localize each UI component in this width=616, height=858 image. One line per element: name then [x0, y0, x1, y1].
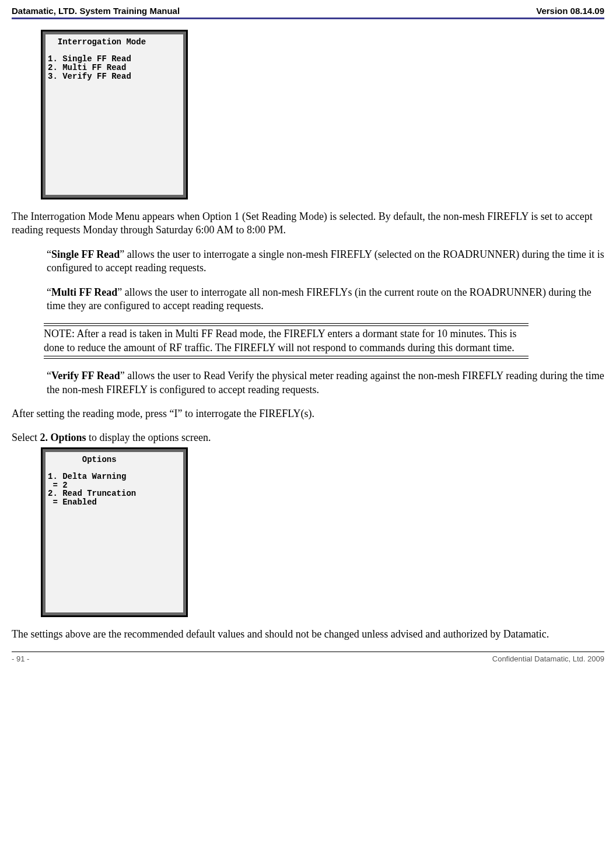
screen1-title: Interrogation Mode: [48, 37, 146, 47]
verify-ff-read-paragraph: “Verify FF Read” allows the user to Read…: [47, 369, 604, 397]
single-ff-read-rest: ” allows the user to interrogate a singl…: [47, 248, 604, 274]
single-ff-read-bold: Single FF Read: [51, 248, 120, 260]
screen2-line2: = 2: [48, 481, 68, 490]
page-footer: - 91 - Confidential Datamatic, Ltd. 2009: [12, 654, 604, 663]
multi-ff-read-bold: Multi FF Read: [51, 286, 117, 298]
interrogation-mode-screen: Interrogation Mode 1. Single FF Read 2. …: [41, 30, 188, 199]
screen1-line3: 3. Verify FF Read: [48, 72, 131, 81]
footer-left: - 91 -: [12, 654, 29, 663]
header-left: Datamatic, LTD. System Training Manual: [12, 6, 180, 16]
intro-paragraph: The Interrogation Mode Menu appears when…: [12, 210, 604, 237]
after-setting-paragraph: After setting the reading mode, press “I…: [12, 407, 604, 421]
note-box: NOTE: After a read is taken in Multi FF …: [44, 323, 528, 359]
multi-ff-read-paragraph: “Multi FF Read” allows the user to inter…: [47, 286, 604, 313]
interrogation-mode-screen-content: Interrogation Mode 1. Single FF Read 2. …: [46, 34, 183, 195]
header-right: Version 08.14.09: [536, 6, 604, 16]
screen1-line1: 1. Single FF Read: [48, 54, 131, 64]
single-ff-read-paragraph: “Single FF Read” allows the user to inte…: [47, 248, 604, 275]
options-screen: Options 1. Delta Warning = 2 2. Read Tru…: [41, 447, 188, 617]
screen2-line4: = Enabled: [48, 498, 97, 507]
select-pre: Select: [12, 432, 40, 443]
select-bold: 2. Options: [40, 432, 86, 443]
select-post: to display the options screen.: [86, 432, 211, 443]
footer-rule: [12, 652, 604, 652]
note-content: NOTE: After a read is taken in Multi FF …: [44, 326, 528, 356]
select-options-paragraph: Select 2. Options to display the options…: [12, 431, 604, 444]
header-rule: [12, 17, 604, 19]
verify-ff-read-rest: ” allows the user to Read Verify the phy…: [47, 370, 604, 395]
multi-ff-read-rest: ” allows the user to interrogate all non…: [47, 286, 592, 311]
screen2-title: Options: [48, 455, 117, 464]
verify-ff-read-bold: Verify FF Read: [51, 370, 120, 381]
page-header: Datamatic, LTD. System Training Manual V…: [12, 6, 604, 16]
screen1-line2: 2. Multi FF Read: [48, 63, 126, 72]
options-screen-content: Options 1. Delta Warning = 2 2. Read Tru…: [46, 452, 183, 612]
footer-right: Confidential Datamatic, Ltd. 2009: [492, 654, 604, 663]
settings-paragraph: The settings above are the recommended d…: [12, 628, 604, 641]
screen2-line1: 1. Delta Warning: [48, 472, 126, 481]
note-rule-bottom: [44, 356, 528, 359]
screen2-line3: 2. Read Truncation: [48, 489, 136, 498]
